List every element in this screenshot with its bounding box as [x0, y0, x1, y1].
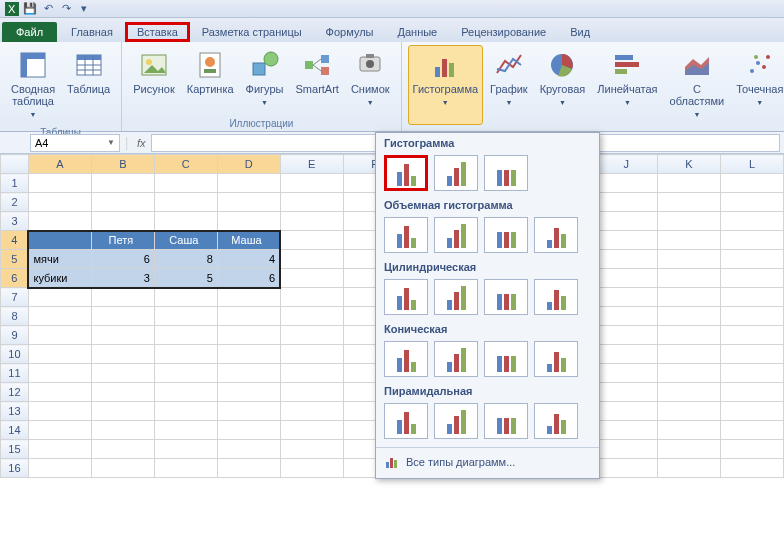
clipart-button[interactable]: Картинка	[182, 45, 239, 113]
cell-B16[interactable]	[91, 459, 154, 478]
cell-L10[interactable]	[720, 345, 783, 364]
cell-D8[interactable]	[217, 307, 280, 326]
col-header-D[interactable]: D	[217, 155, 280, 174]
cell-B9[interactable]	[91, 326, 154, 345]
tab-главная[interactable]: Главная	[59, 22, 125, 42]
cell-E2[interactable]	[280, 193, 343, 212]
cell-J6[interactable]	[595, 269, 658, 288]
cell-J16[interactable]	[595, 459, 658, 478]
cell-L9[interactable]	[720, 326, 783, 345]
cell-C4[interactable]: Саша	[154, 231, 217, 250]
cell-L12[interactable]	[720, 383, 783, 402]
cell-C1[interactable]	[154, 174, 217, 193]
cell-C13[interactable]	[154, 402, 217, 421]
cell-D13[interactable]	[217, 402, 280, 421]
col-header-K[interactable]: K	[658, 155, 721, 174]
chart-thumb[interactable]	[434, 341, 478, 377]
chart-thumb[interactable]	[384, 341, 428, 377]
cell-B10[interactable]	[91, 345, 154, 364]
row-header-9[interactable]: 9	[1, 326, 29, 345]
cell-J14[interactable]	[595, 421, 658, 440]
tab-данные[interactable]: Данные	[385, 22, 449, 42]
select-all-cell[interactable]	[1, 155, 29, 174]
cell-E4[interactable]	[280, 231, 343, 250]
chart-thumb[interactable]	[534, 403, 578, 439]
chart-thumb[interactable]	[484, 403, 528, 439]
cell-B6[interactable]: 3	[91, 269, 154, 288]
cell-J15[interactable]	[595, 440, 658, 459]
cell-B2[interactable]	[91, 193, 154, 212]
row-header-13[interactable]: 13	[1, 402, 29, 421]
cell-L5[interactable]	[720, 250, 783, 269]
tab-рецензирование[interactable]: Рецензирование	[449, 22, 558, 42]
col-header-J[interactable]: J	[595, 155, 658, 174]
cell-L13[interactable]	[720, 402, 783, 421]
shapes-button[interactable]: Фигуры▼	[241, 45, 289, 113]
name-box[interactable]: A4 ▼	[30, 134, 120, 152]
cell-K5[interactable]	[658, 250, 721, 269]
cell-A9[interactable]	[28, 326, 91, 345]
cell-K3[interactable]	[658, 212, 721, 231]
cell-C6[interactable]: 5	[154, 269, 217, 288]
pivot-table-button[interactable]: Своднаятаблица▼	[6, 45, 60, 125]
col-header-C[interactable]: C	[154, 155, 217, 174]
chart-thumb[interactable]	[484, 279, 528, 315]
cell-B5[interactable]: 6	[91, 250, 154, 269]
col-header-L[interactable]: L	[720, 155, 783, 174]
cell-K6[interactable]	[658, 269, 721, 288]
cell-A13[interactable]	[28, 402, 91, 421]
cell-B15[interactable]	[91, 440, 154, 459]
chart-thumb[interactable]	[534, 279, 578, 315]
chart-thumb[interactable]	[384, 155, 428, 191]
chart-thumb[interactable]	[384, 217, 428, 253]
cell-E16[interactable]	[280, 459, 343, 478]
chart-thumb[interactable]	[534, 341, 578, 377]
chart-thumb[interactable]	[484, 217, 528, 253]
cell-A8[interactable]	[28, 307, 91, 326]
cell-L4[interactable]	[720, 231, 783, 250]
cell-B11[interactable]	[91, 364, 154, 383]
cell-J7[interactable]	[595, 288, 658, 307]
cell-A11[interactable]	[28, 364, 91, 383]
save-button[interactable]: 💾	[22, 1, 38, 17]
cell-C8[interactable]	[154, 307, 217, 326]
cell-C7[interactable]	[154, 288, 217, 307]
cell-J2[interactable]	[595, 193, 658, 212]
cell-E8[interactable]	[280, 307, 343, 326]
chart-thumb[interactable]	[484, 341, 528, 377]
cell-K10[interactable]	[658, 345, 721, 364]
cell-D1[interactable]	[217, 174, 280, 193]
row-header-11[interactable]: 11	[1, 364, 29, 383]
cell-D3[interactable]	[217, 212, 280, 231]
cell-L8[interactable]	[720, 307, 783, 326]
cell-K15[interactable]	[658, 440, 721, 459]
cell-D11[interactable]	[217, 364, 280, 383]
cell-C16[interactable]	[154, 459, 217, 478]
tab-вставка[interactable]: Вставка	[125, 22, 190, 42]
cell-E3[interactable]	[280, 212, 343, 231]
cell-D12[interactable]	[217, 383, 280, 402]
cell-J13[interactable]	[595, 402, 658, 421]
cell-D15[interactable]	[217, 440, 280, 459]
row-header-1[interactable]: 1	[1, 174, 29, 193]
row-header-16[interactable]: 16	[1, 459, 29, 478]
tab-формулы[interactable]: Формулы	[314, 22, 386, 42]
cell-E12[interactable]	[280, 383, 343, 402]
cell-B14[interactable]	[91, 421, 154, 440]
cell-D7[interactable]	[217, 288, 280, 307]
cell-A10[interactable]	[28, 345, 91, 364]
cell-B13[interactable]	[91, 402, 154, 421]
chart-thumb[interactable]	[434, 403, 478, 439]
cell-K14[interactable]	[658, 421, 721, 440]
tab-file[interactable]: Файл	[2, 22, 57, 42]
row-header-15[interactable]: 15	[1, 440, 29, 459]
cell-C12[interactable]	[154, 383, 217, 402]
row-header-14[interactable]: 14	[1, 421, 29, 440]
chart-thumb[interactable]	[534, 217, 578, 253]
cell-A2[interactable]	[28, 193, 91, 212]
cell-B1[interactable]	[91, 174, 154, 193]
cell-A16[interactable]	[28, 459, 91, 478]
redo-button[interactable]: ↷	[58, 1, 74, 17]
cell-K8[interactable]	[658, 307, 721, 326]
cell-A4[interactable]	[28, 231, 91, 250]
